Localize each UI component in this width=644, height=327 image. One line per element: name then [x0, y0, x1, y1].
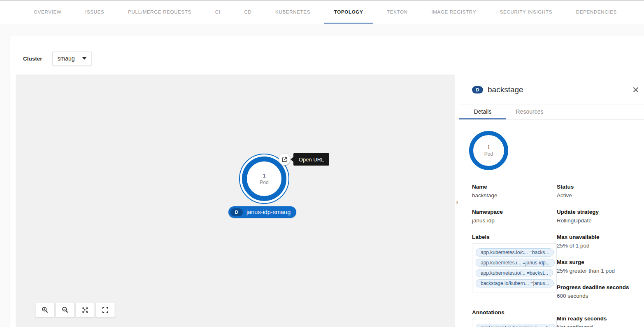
open-url-button[interactable] [279, 154, 290, 165]
field-name: Name backstage [472, 183, 557, 199]
tooltip-text: Open URL [299, 156, 324, 163]
field-max-unavailable: Max unavailable 25% of 1 pod [557, 234, 644, 250]
tab-cd[interactable]: CD [234, 1, 261, 24]
cluster-selector-row: Cluster smaug [23, 51, 92, 66]
node-label[interactable]: D janus-idp-smaug [228, 206, 296, 218]
tab-resources[interactable]: Resources [506, 105, 553, 119]
field-progress-deadline: Progress deadline seconds 600 seconds [557, 284, 644, 300]
field-label: Name [472, 183, 557, 191]
entity-tab-bar: OVERVIEW ISSUES PULL/MERGE REQUESTS CI C… [0, 0, 644, 24]
zoom-out-button[interactable] [56, 302, 74, 318]
topology-card: Cluster smaug 1 Pod [9, 36, 644, 327]
field-min-ready: Min ready seconds Not configured [557, 315, 644, 327]
tab-image-registry[interactable]: IMAGE REGISTRY [421, 1, 486, 24]
field-value: RollingUpdate [557, 217, 644, 224]
tab-tekton[interactable]: TEKTON [377, 1, 418, 24]
field-value: backstage [472, 192, 557, 199]
field-label: Max unavailable [557, 234, 644, 241]
tab-dependencies[interactable]: DEPENDENCIES [566, 1, 627, 24]
labels-chip-group: app.kubernetes.io/c... =backs... app.kub… [472, 243, 557, 292]
zoom-in-button[interactable] [35, 302, 54, 318]
tab-pull-merge-requests[interactable]: PULL/MERGE REQUESTS [118, 1, 201, 24]
zoom-in-icon [42, 306, 49, 313]
resize-grip-icon: ‖ [456, 200, 458, 205]
tooltip-arrow [291, 157, 293, 162]
tab-kubernetes[interactable]: KUBERNETES [265, 1, 320, 24]
field-label: Status [557, 183, 644, 191]
field-label: Annotations [472, 309, 557, 316]
tab-issues[interactable]: ISSUES [75, 1, 114, 24]
topology-page: Cluster smaug 1 Pod [0, 24, 644, 327]
field-update-strategy: Update strategy RollingUpdate [557, 208, 644, 224]
open-url-tooltip: Open URL [293, 153, 329, 166]
field-value: Not configured [557, 324, 644, 327]
fit-to-screen-icon [82, 307, 88, 313]
field-namespace: Namespace janus-idp [472, 208, 557, 224]
tab-topology[interactable]: TOPOLOGY [324, 1, 373, 24]
panel-resize-handle[interactable]: ‖ [455, 75, 459, 327]
field-label: Min ready seconds [557, 315, 644, 322]
chevron-down-icon [82, 57, 86, 60]
label-chip[interactable]: app.kubernetes.io/... =backst... [476, 269, 553, 277]
field-annotations: Annotations deployment.kubernetes.io... … [472, 309, 557, 327]
field-labels: Labels app.kubernetes.io/c... =backs... … [472, 234, 557, 300]
field-value: Active [557, 192, 644, 199]
field-status: Status Active [557, 183, 644, 199]
close-panel-button[interactable] [631, 85, 640, 94]
details-side-panel: D backstage Details Resources 1 Pod [459, 75, 644, 327]
tab-security-insights[interactable]: SECURITY INSIGHTS [490, 1, 562, 24]
zoom-out-icon [62, 306, 69, 313]
field-label: Progress deadline seconds [557, 284, 644, 291]
tab-details[interactable]: Details [459, 105, 506, 119]
cluster-label: Cluster [23, 56, 42, 62]
cluster-select[interactable]: smaug [52, 51, 92, 66]
deployment-badge: D [472, 86, 483, 93]
pod-unit: Pod [260, 180, 268, 185]
field-label: Namespace [472, 208, 557, 216]
canvas-controls [35, 302, 115, 318]
label-chip[interactable]: app.kubernetes.io/c... =backs... [476, 248, 554, 257]
label-chip[interactable]: app.kubernetes.i... =janus-idp... [476, 259, 555, 267]
field-value: 25% greater than 1 pod [557, 267, 644, 275]
label-chip[interactable]: backstage.io/kubern... =janus... [476, 279, 554, 287]
reset-view-icon [102, 307, 109, 313]
side-panel-header: D backstage [459, 75, 644, 105]
node-label-text: janus-idp-smaug [246, 209, 291, 215]
tab-ci[interactable]: CI [205, 1, 230, 24]
side-panel-tabs: Details Resources [459, 105, 644, 120]
field-label: Labels [472, 234, 557, 241]
side-panel-body: 1 Pod Name backstage Status Active [459, 120, 644, 327]
rollout-settings-column: Max unavailable 25% of 1 pod Max surge 2… [557, 234, 644, 300]
topology-canvas[interactable]: 1 Pod Open URL D janus-idp-smau [16, 75, 455, 327]
annotation-chip[interactable]: deployment.kubernetes.io... =1.. [476, 324, 556, 327]
close-icon [633, 87, 639, 93]
annotations-chip-group: deployment.kubernetes.io... =1.. [472, 319, 557, 327]
field-value: janus-idp [472, 217, 557, 224]
field-label: Max surge [557, 259, 644, 266]
side-panel-title: backstage [488, 85, 631, 94]
reset-view-button[interactable] [96, 302, 115, 318]
external-link-icon [281, 156, 288, 163]
field-value: 25% of 1 pod [557, 242, 644, 250]
pod-unit: Pod [484, 151, 493, 157]
details-fields: Name backstage Status Active Namespace j… [472, 183, 644, 327]
cluster-select-value: smaug [58, 55, 75, 62]
pod-count: 1 [263, 173, 265, 179]
deployment-badge: D [230, 208, 243, 216]
tab-overview[interactable]: OVERVIEW [24, 1, 71, 24]
field-label: Update strategy [557, 208, 644, 216]
field-max-surge: Max surge 25% greater than 1 pod [557, 259, 644, 275]
pod-donut-summary[interactable]: 1 Pod [469, 131, 508, 170]
pod-count: 1 [487, 144, 490, 150]
fit-to-screen-button[interactable] [76, 302, 95, 318]
field-value: 600 seconds [557, 292, 644, 300]
